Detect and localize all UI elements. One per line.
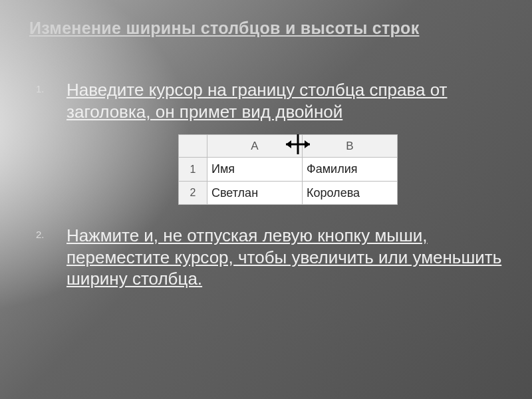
cell-a2: Светлан [207,181,303,204]
slide: Изменение ширины столбцов и высоты строк… [0,0,532,399]
cell-b2: Королева [303,181,398,204]
cell-a1: Имя [207,158,303,181]
row-header-1: 1 [179,158,207,181]
cell-b1: Фамилия [303,158,398,181]
grid-corner [179,135,207,158]
excel-figure: A B 1 Имя Фамилия 2 Светлан Королева [178,134,398,205]
col-header-a: A [207,135,303,158]
steps-list: Наведите курсор на границу столбца справ… [29,79,503,122]
slide-title: Изменение ширины столбцов и высоты строк [29,19,503,38]
row-header-2: 2 [179,181,207,204]
step-2: Нажмите и, не отпуская левую кнопку мыши… [29,225,503,290]
col-header-b: B [303,135,398,158]
excel-grid: A B 1 Имя Фамилия 2 Светлан Королева [178,134,398,205]
step-1: Наведите курсор на границу столбца справ… [29,79,503,122]
steps-list-cont: Нажмите и, не отпуская левую кнопку мыши… [29,225,503,290]
